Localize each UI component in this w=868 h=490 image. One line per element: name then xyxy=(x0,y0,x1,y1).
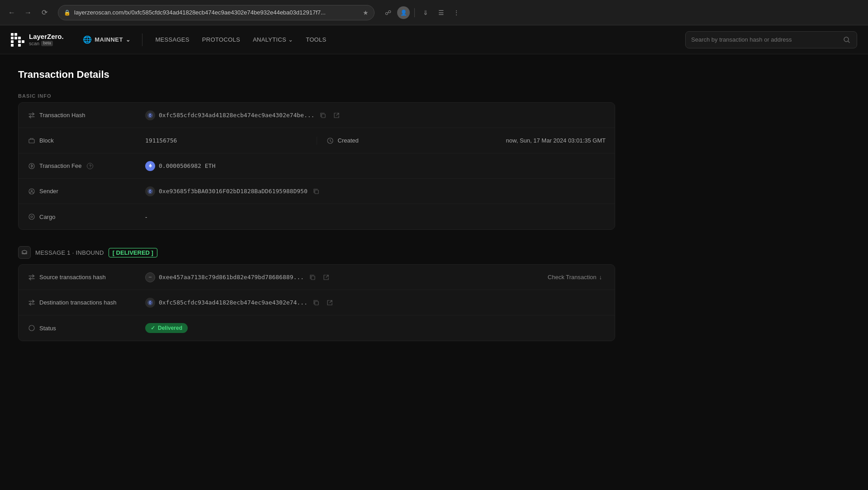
external-link-button[interactable] xyxy=(332,111,342,119)
dest-hash-row: Destination transactions hash 0xfc585cfd… xyxy=(19,290,615,315)
browser-toolbar: ☍ 👤 ⇓ ☰ ⋮ xyxy=(382,6,463,19)
message-card: Source transactions hash − 0xee457aa7138… xyxy=(18,264,615,341)
cargo-icon xyxy=(28,213,36,221)
logo-cell xyxy=(22,44,24,47)
downloads-button[interactable]: ⇓ xyxy=(419,6,432,19)
sender-label-text: Sender xyxy=(39,188,58,195)
copy-icon xyxy=(320,112,326,119)
profile-button[interactable]: 👤 xyxy=(397,6,410,19)
transaction-fee-row: Transaction Fee ? 0.0000506982 ETH xyxy=(19,153,615,179)
nav-messages-label: MESSAGES xyxy=(155,36,189,43)
source-external-link-icon xyxy=(323,274,329,281)
address-bar[interactable]: 🔒 layerzeroscan.com/tx/0xfc585cfdc934ad4… xyxy=(58,5,375,20)
dest-external-link-button[interactable] xyxy=(325,299,335,307)
created-section: Created now, Sun, 17 Mar 2024 03:01:35 G… xyxy=(317,137,615,145)
logo-name: LayerZero. xyxy=(29,33,64,41)
check-transaction-button[interactable]: Check Transaction ↓ xyxy=(544,272,606,282)
transaction-hash-row: Transaction Hash 0xfc585cfdc934ad41828ec… xyxy=(19,103,615,128)
source-hash-label-text: Source transactions hash xyxy=(39,274,106,281)
nav-messages[interactable]: MESSAGES xyxy=(150,33,194,46)
checkmark-icon: ✓ xyxy=(151,325,155,331)
logo[interactable]: LayerZero. scan beta xyxy=(11,33,64,47)
basic-info-label: BASIC INFO xyxy=(18,93,615,99)
network-selector[interactable]: 🌐 MAINNET ⌄ xyxy=(78,33,135,47)
beta-badge: beta xyxy=(41,41,53,46)
cargo-value: - xyxy=(145,214,606,220)
block-created-row: Block 191156756 Created xyxy=(19,128,615,153)
dest-hash-icon xyxy=(28,299,36,307)
basic-info-card: Transaction Hash 0xfc585cfdc934ad41828ec… xyxy=(18,102,615,230)
sender-value: 0xe93685f3bBA03016F02bD1828BaDD6195988D9… xyxy=(145,186,606,196)
status-label-text: Status xyxy=(39,325,56,332)
source-external-link-button[interactable] xyxy=(321,273,331,281)
analytics-chevron-icon: ⌄ xyxy=(288,36,293,43)
check-transaction-arrow-icon: ↓ xyxy=(599,274,602,281)
url-text: layerzeroscan.com/tx/0xfc585cfdc934ad418… xyxy=(74,9,359,16)
status-icon xyxy=(28,324,36,332)
dest-hash-label-text: Destination transactions hash xyxy=(39,299,117,306)
logo-text: LayerZero. scan beta xyxy=(29,33,64,46)
transaction-hash-text: 0xfc585cfdc934ad41828ecb474ec9ae4302e74b… xyxy=(159,112,314,119)
fee-tooltip-icon: ? xyxy=(87,163,93,169)
avatar: 👤 xyxy=(397,6,410,19)
external-link-icon xyxy=(333,112,340,119)
reload-button[interactable]: ⟳ xyxy=(38,6,51,19)
source-hash-label: Source transactions hash xyxy=(28,273,145,281)
created-label: Created xyxy=(326,137,444,145)
copy-dest-hash-button[interactable] xyxy=(311,299,321,307)
transaction-hash-icon xyxy=(28,111,36,119)
globe-icon: 🌐 xyxy=(83,35,92,44)
block-icon xyxy=(28,137,36,145)
source-hash-icon xyxy=(28,273,36,281)
search-input[interactable] xyxy=(691,36,839,43)
dest-chain-icon xyxy=(145,298,155,308)
copy-hash-button[interactable] xyxy=(318,111,328,119)
logo-cell xyxy=(11,44,14,47)
status-badge-text: Delivered xyxy=(158,325,182,331)
transaction-hash-label-text: Transaction Hash xyxy=(39,112,85,119)
nav-tools[interactable]: TOOLS xyxy=(300,33,332,46)
copy-sender-button[interactable] xyxy=(311,187,321,195)
transaction-hash-label: Transaction Hash xyxy=(28,111,145,119)
nav-protocols[interactable]: PROTOCOLS xyxy=(197,33,246,46)
logo-cell xyxy=(14,44,17,47)
logo-cell xyxy=(14,40,17,43)
logo-cell xyxy=(18,44,21,47)
svg-line-1 xyxy=(848,41,849,43)
sender-label: Sender xyxy=(28,187,145,195)
swap-icon xyxy=(28,112,35,119)
check-transaction-label: Check Transaction xyxy=(548,274,597,281)
copy-source-hash-button[interactable] xyxy=(308,273,318,281)
message-header: MESSAGE 1 · INBOUND [ DELIVERED ] xyxy=(18,241,615,261)
search-bar xyxy=(685,31,857,48)
source-hash-text: 0xee457aa7138c79d861bd82e479bd78686889..… xyxy=(159,274,304,281)
search-button[interactable] xyxy=(842,35,851,44)
sender-address: 0xe93685f3bBA03016F02bD1828BaDD6195988D9… xyxy=(159,188,308,195)
svg-rect-4 xyxy=(29,139,34,143)
copy-source-icon xyxy=(309,274,316,281)
dest-hash-value: 0xfc585cfdc934ad41828ecb474ec9ae4302e74.… xyxy=(145,298,606,308)
menu-button[interactable]: ⋮ xyxy=(450,6,463,19)
copy-sender-icon xyxy=(313,188,319,195)
logo-cell xyxy=(11,40,14,43)
back-button[interactable]: ← xyxy=(5,6,18,19)
clock-icon xyxy=(326,137,334,145)
fee-label: Transaction Fee ? xyxy=(28,162,145,170)
forward-button[interactable]: → xyxy=(22,6,34,19)
fee-amount-text: 0.0000506982 ETH xyxy=(159,162,215,169)
cargo-label: Cargo xyxy=(28,213,145,221)
logo-cell xyxy=(18,33,21,36)
message-label-text: MESSAGE 1 · INBOUND xyxy=(35,249,104,256)
logo-cell xyxy=(14,33,17,36)
status-value: ✓ Delivered xyxy=(145,323,606,333)
cargo-label-text: Cargo xyxy=(39,214,55,220)
logo-grid xyxy=(11,33,24,47)
created-time-text: now, Sun, 17 Mar 2024 03:01:35 GMT xyxy=(506,137,606,144)
status-badge: ✓ Delivered xyxy=(145,323,188,333)
nav-analytics[interactable]: ANALYTICS ⌄ xyxy=(247,33,299,46)
logo-cell xyxy=(11,37,14,39)
extensions-button[interactable]: ☍ xyxy=(382,6,394,19)
block-label-text: Block xyxy=(39,137,54,144)
sidebar-button[interactable]: ☰ xyxy=(435,6,447,19)
block-cube-icon xyxy=(28,137,35,144)
